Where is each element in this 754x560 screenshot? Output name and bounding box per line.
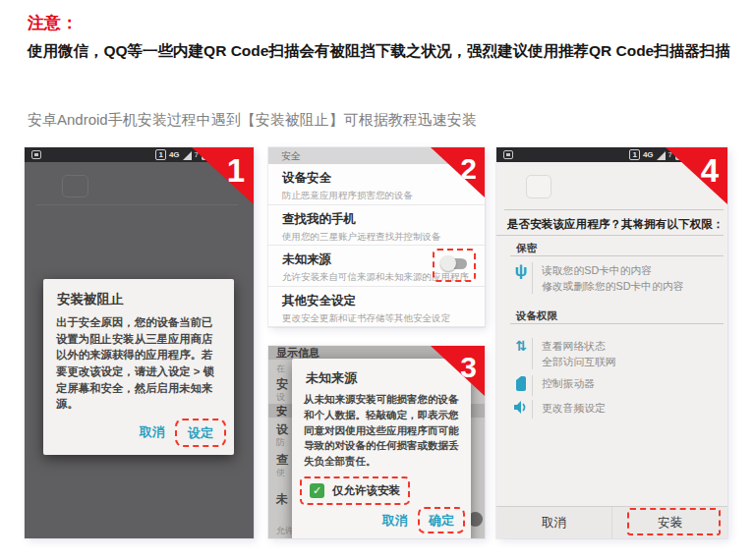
permission-text: 读取您的SD卡中的内容 — [542, 263, 684, 279]
install-blocked-dialog: 安装被阻止 出于安全原因，您的设备当前已设置为阻止安装从三星应用商店以外的来源获… — [43, 279, 234, 455]
divider — [532, 262, 533, 294]
settings-item-device-security[interactable]: 设备安全 防止恶意应用程序损害您的设备 — [268, 164, 485, 205]
annotation-box-checkbox: ✓ 仅允许该安装 — [300, 476, 410, 505]
divider — [532, 400, 533, 419]
dimmed-text: 使 — [276, 467, 285, 479]
screenshot-step-3: 显示信息 在 安 设 安 设 防 查 使 未 允许安装来自可信来源和未知来源的应… — [268, 346, 485, 538]
permission-text: 更改音频设定 — [542, 401, 606, 417]
step-number: 4 — [701, 147, 719, 195]
dialog-body: 从未知来源安装可能损害您的设备和个人数据。轻敲确定，即表示您同意对因使用这些应用… — [292, 392, 471, 470]
section-label-device-permissions: 设备权限 — [516, 309, 557, 323]
divider — [532, 375, 533, 396]
divider — [496, 235, 724, 236]
permission-row-network: ⇅ 查看网络状态 全部访问互联网 — [510, 338, 722, 369]
cancel-button[interactable]: 取消 — [496, 507, 611, 538]
settings-item-unknown-sources[interactable]: 未知来源 允许安装来自可信来源和未知来源的应用程序 — [268, 246, 485, 287]
screenshot-step-4: 1 4G 7 是否安装该应用程序？其将拥有以下权限： 保密 ψ 读取您的SD卡中… — [496, 147, 727, 538]
dialog-title: 未知来源 — [292, 359, 471, 392]
cancel-button[interactable]: 取消 — [375, 507, 416, 534]
dialog-title: 安装被阻止 — [43, 279, 234, 314]
step-badge: 4 — [666, 147, 727, 204]
dimmed-text: 设 — [276, 391, 285, 404]
note-subtitle: 安卓Android手机安装过程中遇到【安装被阻止】可根据教程迅速安装 — [28, 111, 731, 130]
note-title: 注意： — [28, 12, 78, 34]
network-type-indicator: 4G — [643, 149, 654, 160]
divider — [504, 209, 724, 210]
permission-text: 查看网络状态 — [542, 339, 616, 355]
permission-row-vibration: 控制振动器 — [510, 375, 722, 396]
network-type-indicator: 4G — [169, 149, 180, 160]
dimmed-text: 未 — [276, 491, 288, 508]
app-icon-placeholder — [62, 175, 88, 197]
item-title: 设备安全 — [282, 170, 471, 187]
item-title: 查找我的手机 — [282, 211, 471, 228]
audio-icon — [510, 400, 532, 419]
sim-slot-icon: 1 — [155, 149, 165, 160]
checkbox-label: 仅允许该安装 — [332, 483, 400, 498]
cancel-button[interactable]: 取消 — [132, 419, 173, 446]
sim-slot-icon: 1 — [629, 149, 639, 160]
settings-item-find-my-phone[interactable]: 查找我的手机 使用您的三星账户远程查找并控制设备 — [268, 205, 485, 247]
dialog-body: 出于安全原因，您的设备当前已设置为阻止安装从三星应用商店以外的来源获得的应用程序… — [43, 314, 234, 413]
permission-text: 控制振动器 — [542, 376, 595, 392]
permission-text: 全部访问互联网 — [542, 355, 616, 370]
dimmed-text: 在 — [276, 363, 285, 375]
screenshot-step-1: 1 4G 7 安装被阻止 出于安全原因，您的设备当前已设置为阻止安装从三星应用商… — [25, 147, 254, 538]
divider — [532, 338, 533, 369]
divider — [36, 204, 238, 205]
tutorial-page: 注意： 使用微信，QQ等一些内建QR Code扫描会有被阻挡下载之状况，强烈建议… — [0, 0, 754, 560]
app-icon-placeholder — [526, 175, 551, 198]
step-badge: 1 — [192, 147, 254, 204]
annotation-box-settings: 设定 — [175, 419, 226, 447]
signal-strength-icon — [657, 151, 666, 160]
settings-item-other-security[interactable]: 其他安全设定 更改安全更新和证书存储等其他安全设定 — [268, 287, 485, 328]
step-number: 1 — [227, 147, 245, 195]
signal-strength-icon — [183, 151, 192, 160]
screenshot-step-2: 安全 设备安全 防止恶意应用程序损害您的设备 查找我的手机 使用您的三星账户远程… — [268, 147, 485, 327]
annotation-box-install — [627, 508, 721, 535]
ok-button[interactable]: 确定 — [428, 511, 455, 530]
divider — [510, 323, 724, 324]
item-subtitle: 防止恶意应用程序损害您的设备 — [282, 190, 471, 202]
item-subtitle: 更改安全更新和证书存储等其他安全设定 — [282, 312, 471, 325]
annotation-box-toggle — [433, 249, 476, 282]
permission-row-audio: 更改音频设定 — [510, 400, 722, 419]
divider — [510, 255, 724, 256]
network-state-icon: ⇅ — [510, 338, 532, 354]
permission-row-storage: ψ 读取您的SD卡中的内容 修改或删除您的SD卡中的内容 — [510, 262, 722, 294]
install-prompt-title: 是否安装该应用程序？其将拥有以下权限： — [507, 217, 725, 232]
usb-icon: ψ — [510, 262, 532, 280]
item-title: 其他安全设定 — [282, 293, 471, 309]
note-body: 使用微信，QQ等一些内建QR Code扫描会有被阻挡下载之状况，强烈建议使用推荐… — [28, 38, 731, 65]
settings-button[interactable]: 设定 — [187, 423, 214, 442]
vibration-icon — [510, 375, 532, 396]
checkbox-checked-icon[interactable]: ✓ — [310, 483, 324, 498]
item-subtitle: 使用您的三星账户远程查找并控制设备 — [282, 231, 471, 244]
unknown-sources-dialog: 未知来源 从未知来源安装可能损害您的设备和个人数据。轻敲确定，即表示您同意对因使… — [292, 359, 471, 538]
annotation-box-ok: 确定 — [418, 507, 465, 533]
dimmed-text: 防 — [276, 436, 285, 449]
permission-text: 修改或删除您的SD卡中的内容 — [542, 279, 684, 295]
section-label-privacy: 保密 — [516, 242, 537, 255]
screenshot-notification-icon — [503, 150, 513, 159]
screenshot-notification-icon — [31, 150, 41, 159]
